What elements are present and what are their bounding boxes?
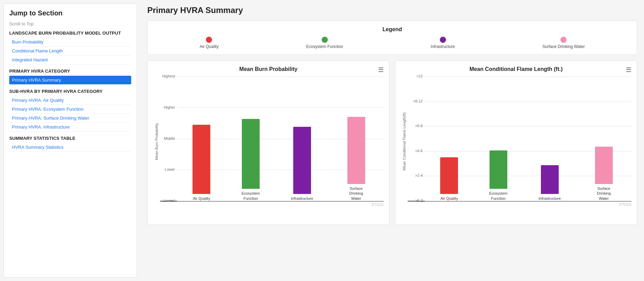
legend-title: Legend — [156, 26, 629, 33]
sidebar-link-burn-prob[interactable]: Burn Probability — [9, 38, 131, 47]
legend-items: Air QualityEcosystem FunctionInfrastruct… — [156, 37, 629, 49]
bar — [440, 157, 458, 194]
scroll-to-top-link[interactable]: Scroll to Top — [9, 21, 131, 26]
bar-x-label: Surface DrinkingWater — [344, 186, 368, 201]
cfl-menu-icon[interactable]: ☰ — [626, 66, 631, 74]
sidebar-link-primary-hvra-summary[interactable]: Primary HVRA Summary — [9, 76, 131, 85]
legend-item-ecosystem: Ecosystem Function — [306, 37, 343, 49]
cfl-chart-inner: >12>8-12>6-8>4-6>2-4>0-2Air QualityEcosy… — [408, 76, 631, 207]
legend-label-infrastructure: Infrastructure — [431, 44, 455, 49]
sidebar-section-header: LANDSCAPE BURN PROBABILITY MODEL OUTPUT — [9, 30, 131, 36]
grid-line: >0-2 — [425, 201, 631, 201]
legend-dot-surface-water — [560, 37, 567, 43]
bar-x-label: Surface DrinkingWater — [592, 186, 616, 201]
sidebar-link-cond-flame[interactable]: Conditional Flame Length — [9, 47, 131, 56]
legend-label-air-quality: Air Quality — [200, 44, 219, 49]
bar-group: Infrastructure — [291, 127, 313, 201]
bar-group: Infrastructure — [538, 165, 561, 201]
legend-item-air-quality: Air Quality — [200, 37, 219, 49]
cfl-chart-title: Mean Conditional Flame Length (ft.) — [401, 66, 631, 72]
bar-x-label: EcosystemFunction — [242, 191, 260, 201]
burn-prob-chart-title: Mean Burn Probability — [153, 66, 384, 72]
sidebar-link-int-hazard[interactable]: Integrated Hazard — [9, 56, 131, 64]
bar — [293, 127, 311, 194]
sidebar-link-infrastructure[interactable]: Primary HVRA: Infrastructure — [9, 123, 131, 132]
bar — [242, 119, 260, 189]
legend-card: Legend Air QualityEcosystem FunctionInfr… — [147, 21, 637, 55]
burn-prob-chart-inner: HighestHigherMiddleLowerLowestAir Qualit… — [160, 76, 384, 207]
burn-prob-plot: HighestHigherMiddleLowerLowestAir Qualit… — [160, 76, 384, 201]
bar-group: Surface DrinkingWater — [344, 117, 368, 201]
burn-prob-menu-icon[interactable]: ☰ — [378, 66, 384, 74]
bar-group: Air Quality — [440, 157, 458, 201]
bar — [490, 150, 507, 189]
bar-group: Surface DrinkingWater — [592, 147, 616, 201]
sidebar-section-header: SUB-HVRA BY PRIMARY HVRA CATEGORY — [9, 89, 131, 94]
sidebar: Jump to Section Scroll to Top LANDSCAPE … — [3, 3, 137, 278]
bars-container: Air QualityEcosystemFunctionInfrastructu… — [408, 76, 631, 201]
sidebar-link-hvra-stats[interactable]: HVRA Summary Statistics — [9, 143, 131, 152]
main-content: Primary HVRA Summary Legend Air QualityE… — [140, 0, 644, 281]
sidebar-section-header: SUMMARY STATISTICS TABLE — [9, 136, 131, 141]
bar — [193, 125, 210, 194]
cfl-chart-card: Mean Conditional Flame Length (ft.) ☰ Me… — [395, 60, 637, 225]
bar-group: Air Quality — [193, 125, 210, 201]
sidebar-link-air-quality[interactable]: Primary HVRA: Air Quality — [9, 96, 131, 105]
bar — [541, 165, 559, 194]
cfl-chart-wrapper: Mean Conditional Flame Length(ft) >12>8-… — [401, 76, 631, 207]
legend-item-surface-water: Surface Drinking Water — [543, 37, 585, 49]
bar-x-label: Air Quality — [441, 196, 458, 201]
legend-dot-ecosystem — [322, 37, 328, 43]
bar-x-label: EcosystemFunction — [489, 191, 508, 201]
burn-prob-iftdss: IFTDSS — [160, 203, 384, 207]
bar-group: EcosystemFunction — [489, 150, 508, 201]
legend-dot-infrastructure — [440, 37, 446, 43]
sidebar-link-surface-water[interactable]: Primary HVRA: Surface Drinking Water — [9, 114, 131, 123]
grid-line: Lowest — [177, 201, 384, 201]
burn-probability-chart-card: Mean Burn Probability ☰ Mean Burn Probab… — [147, 60, 389, 225]
bar — [347, 117, 365, 184]
bar — [595, 147, 613, 184]
bar-x-label: Air Quality — [193, 196, 210, 201]
bar-group: EcosystemFunction — [242, 119, 260, 201]
legend-item-infrastructure: Infrastructure — [431, 37, 455, 49]
cfl-plot: >12>8-12>6-8>4-6>2-4>0-2Air QualityEcosy… — [408, 76, 631, 201]
burn-prob-chart-wrapper: Mean Burn Probability HighestHigherMiddl… — [153, 76, 384, 207]
sidebar-title: Jump to Section — [9, 9, 131, 17]
cfl-y-label: Mean Conditional Flame Length(ft) — [401, 112, 408, 170]
legend-label-surface-water: Surface Drinking Water — [543, 44, 585, 49]
burn-prob-y-label: Mean Burn Probability — [153, 123, 160, 160]
bar-x-label: Infrastructure — [291, 196, 313, 201]
bar-x-label: Infrastructure — [538, 196, 561, 201]
charts-row: Mean Burn Probability ☰ Mean Burn Probab… — [147, 60, 637, 225]
legend-dot-air-quality — [206, 37, 212, 43]
sidebar-section-header: PRIMARY HVRA CATEGORY — [9, 69, 131, 74]
sidebar-sections: LANDSCAPE BURN PROBABILITY MODEL OUTPUTB… — [9, 30, 131, 152]
legend-label-ecosystem: Ecosystem Function — [306, 44, 343, 49]
bars-container: Air QualityEcosystemFunctionInfrastructu… — [160, 76, 384, 201]
sidebar-link-ecosystem[interactable]: Primary HVRA: Ecosystem Function — [9, 105, 131, 114]
page-title: Primary HVRA Summary — [147, 5, 637, 15]
cfl-iftdss: IFTDSS — [408, 203, 631, 207]
